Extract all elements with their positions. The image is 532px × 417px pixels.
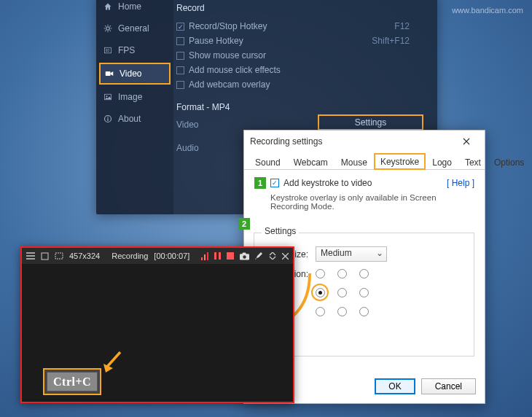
sidebar-item-label: Home — [118, 1, 141, 12]
option-label: Add mouse click effects — [189, 65, 281, 75]
resolution-text: 457x324 — [69, 252, 100, 260]
recording-preview-window: 457x324 Recording [00:00:07] Ctrl+C — [20, 246, 294, 403]
step-badge-1: 1 — [254, 177, 266, 189]
svg-rect-12 — [219, 252, 221, 260]
svg-rect-13 — [227, 252, 234, 260]
svg-rect-9 — [42, 253, 48, 260]
dialog-button-bar: OK Cancel — [375, 378, 476, 394]
option-click-effects[interactable]: Add mouse click effects — [176, 63, 430, 77]
option-record-hotkey[interactable]: Record/Stop HotkeyF12 — [176, 19, 430, 34]
settings-button[interactable]: Settings — [318, 114, 423, 130]
watermark-text: www.bandicam.com — [452, 6, 523, 15]
position-radio-4[interactable] — [337, 288, 347, 297]
elapsed-text: [00:00:07] — [154, 252, 189, 260]
sidebar-item-label: Video — [120, 69, 141, 79]
sidebar-item-fps[interactable]: 60 FPS — [96, 39, 173, 61]
sidebar-item-about[interactable]: About — [96, 108, 173, 130]
tab-sound[interactable]: Sound — [249, 154, 287, 170]
svg-rect-11 — [214, 252, 216, 260]
checkbox-icon[interactable] — [176, 52, 184, 60]
add-keystroke-checkbox[interactable] — [270, 179, 279, 187]
position-radio-1[interactable] — [337, 269, 347, 278]
gear-icon — [103, 24, 112, 33]
tab-mouse[interactable]: Mouse — [335, 154, 374, 170]
menu-icon[interactable] — [26, 252, 35, 261]
option-label: Record/Stop Hotkey — [189, 21, 267, 31]
keystroke-note: Keystroke overlay is only available in S… — [270, 193, 474, 211]
option-webcam-overlay[interactable]: Add webcam overlay — [176, 77, 430, 92]
sidebar-item-general[interactable]: General — [96, 17, 173, 39]
sidebar: Home General 60 FPS Video Image About — [96, 0, 173, 214]
svg-rect-7 — [107, 118, 108, 121]
svg-rect-10 — [55, 253, 63, 259]
stop-icon[interactable] — [227, 252, 234, 261]
option-show-mouse[interactable]: Show mouse cursor — [176, 48, 430, 63]
position-radio-7[interactable] — [337, 307, 347, 316]
position-radio-8[interactable] — [359, 307, 369, 316]
svg-text:60: 60 — [106, 49, 110, 52]
dialog-title: Recording settings — [250, 136, 322, 147]
close-button[interactable] — [454, 133, 479, 149]
font-size-value: Medium — [321, 248, 352, 258]
option-value: F12 — [394, 21, 430, 31]
sidebar-item-home[interactable]: Home — [96, 0, 173, 17]
position-radio-0[interactable] — [316, 269, 325, 278]
option-label: Show mouse cursor — [189, 50, 266, 61]
sidebar-item-video[interactable]: Video — [99, 63, 171, 85]
sidebar-item-label: FPS — [118, 45, 135, 55]
svg-point-8 — [107, 117, 109, 118]
ok-button[interactable]: OK — [375, 378, 415, 394]
option-pause-hotkey[interactable]: Pause HotkeyShift+F12 — [176, 34, 430, 48]
annotation-circle — [311, 284, 329, 301]
camera-icon[interactable] — [240, 252, 249, 261]
home-icon — [103, 2, 112, 11]
tab-keystroke[interactable]: Keystroke — [374, 153, 426, 170]
video-icon — [105, 69, 114, 78]
checkbox-icon[interactable] — [176, 37, 184, 45]
status-text: Recording — [112, 252, 148, 260]
sidebar-item-label: About — [118, 114, 141, 124]
checkbox-icon[interactable] — [176, 66, 184, 74]
tab-options[interactable]: Options — [488, 154, 531, 170]
expand-icon[interactable] — [269, 252, 276, 261]
font-size-select[interactable]: Medium — [316, 246, 387, 262]
add-keystroke-label: Add keystroke to video — [283, 178, 372, 188]
image-icon — [103, 93, 112, 101]
fps-icon: 60 — [103, 46, 112, 55]
record-section-title: Record — [176, 0, 430, 19]
recording-toolbar: 457x324 Recording [00:00:07] — [22, 248, 293, 264]
format-section-title: Format - MP4 — [176, 102, 430, 112]
dialog-titlebar[interactable]: Recording settings — [244, 130, 485, 152]
pause-icon[interactable] — [214, 252, 221, 261]
help-link[interactable]: [ Help ] — [447, 178, 474, 188]
svg-rect-15 — [243, 252, 246, 254]
keystroke-overlay-badge: Ctrl+C — [47, 372, 98, 391]
tab-text[interactable]: Text — [458, 154, 488, 170]
fullscreen-icon[interactable] — [41, 252, 49, 261]
position-radio-6[interactable] — [316, 307, 325, 316]
settings-group-legend: Settings — [262, 226, 299, 236]
position-radio-2[interactable] — [359, 269, 369, 278]
position-radio-5[interactable] — [359, 288, 369, 297]
tab-webcam[interactable]: Webcam — [287, 154, 335, 170]
option-label: Pause Hotkey — [189, 36, 243, 46]
sidebar-item-image[interactable]: Image — [96, 86, 173, 108]
audio-level-icon — [201, 252, 208, 260]
option-value: Shift+F12 — [372, 36, 430, 46]
svg-point-16 — [243, 255, 246, 258]
step-badge-2: 2 — [238, 218, 250, 230]
dialog-tabs: Sound Webcam Mouse Keystroke Logo Text O… — [244, 152, 485, 170]
svg-point-5 — [106, 96, 108, 97]
checkbox-icon[interactable] — [176, 23, 184, 31]
tab-logo[interactable]: Logo — [426, 154, 458, 170]
close-icon[interactable] — [282, 252, 289, 261]
sidebar-item-label: Image — [118, 92, 142, 102]
region-icon[interactable] — [55, 252, 63, 261]
cancel-button[interactable]: Cancel — [421, 378, 476, 394]
close-icon — [463, 138, 470, 145]
sidebar-item-label: General — [118, 23, 149, 34]
option-label: Add webcam overlay — [189, 79, 270, 90]
checkbox-icon[interactable] — [176, 81, 184, 89]
draw-icon[interactable] — [255, 252, 263, 261]
info-icon — [103, 114, 112, 123]
